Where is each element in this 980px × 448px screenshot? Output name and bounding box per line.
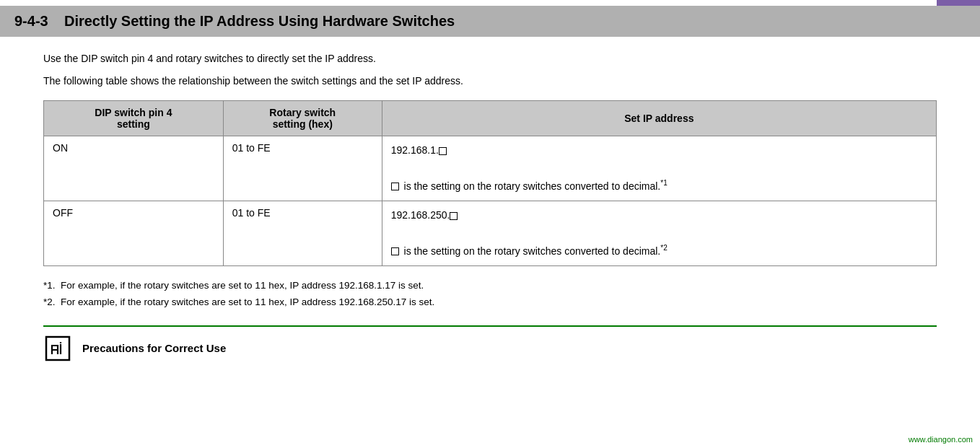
table-header-row: DIP switch pin 4setting Rotary switchset… (44, 101, 937, 136)
website-reference: www.diangon.com (909, 435, 973, 444)
precautions-title: Precautions for Correct Use (82, 342, 226, 354)
checkbox-symbol-1 (439, 147, 447, 155)
footnotes: *1. For example, if the rotary switches … (43, 278, 937, 311)
table-row: OFF 01 to FE 192.168.250. is the setting… (44, 201, 937, 266)
footnote-2: *2. For example, if the rotary switches … (43, 294, 937, 311)
intro-line2: The following table shows the relationsh… (43, 74, 937, 89)
checkbox-symbol-4 (391, 247, 399, 255)
precautions-icon (43, 334, 72, 363)
main-content: Use the DIP switch pin 4 and rotary swit… (0, 37, 980, 377)
section-number: 9-4-3 (14, 13, 48, 29)
precautions-section: Precautions for Correct Use (43, 325, 937, 363)
table-container: DIP switch pin 4setting Rotary switchset… (43, 100, 937, 266)
footnote-1-text: For example, if the rotary switches are … (61, 280, 424, 291)
dip-off: OFF (44, 201, 224, 266)
col-header-rotary: Rotary switchsetting (hex) (223, 101, 382, 136)
section-title: 9-4-3 Directly Setting the IP Address Us… (14, 13, 455, 30)
col-header-ip: Set IP address (382, 101, 936, 136)
section-heading: Directly Setting the IP Address Using Ha… (64, 13, 455, 29)
rotary-on: 01 to FE (223, 136, 382, 201)
top-accent (937, 0, 980, 6)
ip-off: 192.168.250. is the setting on the rotar… (382, 201, 936, 266)
ip-on: 192.168.1. is the setting on the rotary … (382, 136, 936, 201)
checkbox-symbol-2 (391, 183, 399, 190)
footnote-2-text: For example, if the rotary switches are … (61, 297, 434, 307)
section-header: 9-4-3 Directly Setting the IP Address Us… (0, 6, 980, 37)
rotary-off: 01 to FE (223, 201, 382, 266)
footnote-1: *1. For example, if the rotary switches … (43, 278, 937, 294)
intro-line1: Use the DIP switch pin 4 and rotary swit… (43, 51, 937, 66)
col-header-dip: DIP switch pin 4setting (44, 101, 224, 136)
ip-address-table: DIP switch pin 4setting Rotary switchset… (43, 100, 937, 266)
checkbox-symbol-3 (450, 212, 458, 220)
table-row: ON 01 to FE 192.168.1. is the setting on… (44, 136, 937, 201)
top-bar (0, 0, 980, 6)
dip-on: ON (44, 136, 224, 201)
